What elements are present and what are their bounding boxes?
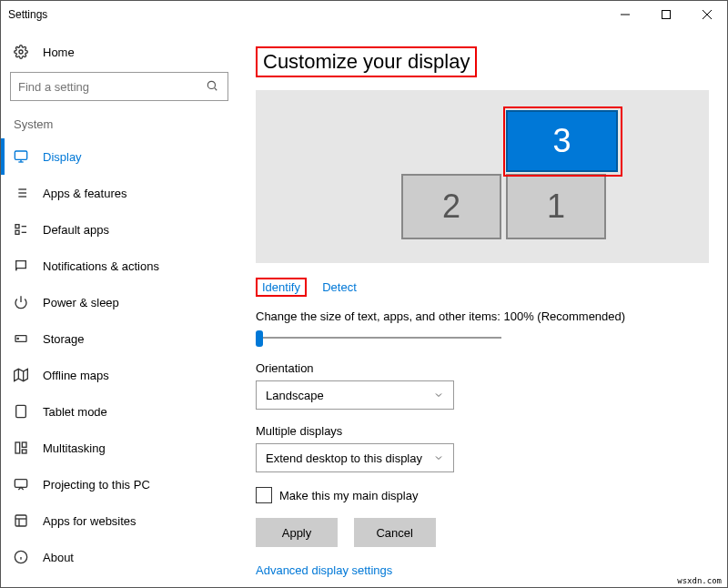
- orientation-value: Landscape: [266, 389, 324, 402]
- multiple-label: Multiple displays: [256, 424, 709, 438]
- highlight-identify: Identify: [256, 278, 307, 297]
- svg-rect-26: [16, 405, 26, 417]
- sidebar: Home System Display Apps & features Defa…: [1, 28, 238, 587]
- multitask-icon: [14, 441, 30, 455]
- settings-window: Settings Home System Display Ap: [0, 0, 728, 588]
- svg-rect-32: [15, 515, 26, 526]
- slider-thumb[interactable]: [256, 330, 263, 347]
- svg-rect-30: [22, 450, 26, 453]
- identify-detect-row: Identify Detect: [256, 278, 709, 297]
- svg-line-6: [215, 87, 217, 90]
- defaults-icon: [14, 222, 30, 237]
- nav-about[interactable]: About: [1, 539, 238, 575]
- orientation-label: Orientation: [256, 361, 709, 375]
- home-label: Home: [43, 46, 75, 59]
- nav-label: Apps for websites: [43, 514, 136, 528]
- home-nav[interactable]: Home: [1, 37, 238, 66]
- content-area: Home System Display Apps & features Defa…: [1, 28, 727, 587]
- monitor-2[interactable]: 2: [401, 174, 501, 239]
- nav-label: Projecting to this PC: [43, 478, 150, 492]
- scale-slider[interactable]: [256, 329, 501, 347]
- checkbox-label: Make this my main display: [279, 489, 418, 502]
- monitor-1[interactable]: 1: [506, 174, 606, 239]
- nav-default-apps[interactable]: Default apps: [1, 211, 238, 248]
- multiple-displays-section: Multiple displays Extend desktop to this…: [256, 424, 709, 472]
- apply-button[interactable]: Apply: [256, 518, 338, 547]
- nav-label: Apps & features: [43, 187, 127, 200]
- notification-icon: [14, 259, 30, 273]
- svg-rect-16: [15, 225, 19, 228]
- group-label: System: [1, 114, 238, 138]
- identify-link[interactable]: Identify: [262, 280, 300, 294]
- nav-label: Offline maps: [43, 369, 109, 382]
- svg-point-4: [19, 50, 23, 54]
- nav-apps-websites[interactable]: Apps for websites: [1, 502, 238, 539]
- gear-icon: [14, 45, 30, 59]
- nav-label: Default apps: [43, 223, 109, 237]
- multiple-value: Extend desktop to this display: [266, 451, 422, 465]
- detect-link[interactable]: Detect: [322, 280, 357, 294]
- svg-rect-17: [15, 230, 19, 234]
- main-panel: Customize your display 2 1 3 Identify De…: [238, 28, 727, 587]
- svg-rect-31: [15, 480, 26, 488]
- power-icon: [14, 295, 30, 309]
- maximize-button[interactable]: [645, 1, 686, 28]
- nav-power-sleep[interactable]: Power & sleep: [1, 284, 238, 320]
- nav-label: Notifications & actions: [43, 259, 159, 273]
- apps-web-icon: [14, 513, 30, 528]
- project-icon: [14, 477, 30, 492]
- window-title: Settings: [8, 8, 47, 21]
- advanced-display-link[interactable]: Advanced display settings: [256, 563, 694, 577]
- svg-marker-23: [15, 369, 28, 380]
- tablet-icon: [14, 404, 30, 419]
- info-icon: [14, 550, 30, 564]
- nav-offline-maps[interactable]: Offline maps: [1, 357, 238, 393]
- search-icon: [206, 79, 220, 95]
- checkbox[interactable]: [256, 487, 272, 503]
- nav-label: Storage: [43, 332, 85, 346]
- nav-tablet-mode[interactable]: Tablet mode: [1, 393, 238, 430]
- orientation-select[interactable]: Landscape: [256, 380, 454, 410]
- nav-projecting[interactable]: Projecting to this PC: [1, 466, 238, 502]
- nav-label: Display: [43, 150, 82, 164]
- storage-icon: [14, 331, 30, 346]
- cancel-button[interactable]: Cancel: [354, 518, 436, 547]
- svg-rect-28: [15, 442, 20, 453]
- nav-apps-features[interactable]: Apps & features: [1, 175, 238, 211]
- highlight-title: Customize your display: [256, 46, 477, 77]
- orientation-section: Orientation Landscape: [256, 361, 709, 410]
- map-icon: [14, 368, 30, 382]
- button-row: Apply Cancel: [256, 518, 709, 547]
- chevron-down-icon: [433, 452, 444, 463]
- nav-storage[interactable]: Storage: [1, 320, 238, 357]
- svg-rect-7: [15, 151, 26, 159]
- main-display-checkbox-row[interactable]: Make this my main display: [256, 487, 709, 503]
- minimize-button[interactable]: [604, 1, 645, 28]
- search-box[interactable]: [10, 72, 228, 101]
- close-button[interactable]: [686, 1, 727, 28]
- list-icon: [14, 186, 30, 200]
- watermark: wsxdn.com: [677, 576, 722, 585]
- nav-label: About: [43, 551, 74, 564]
- chevron-down-icon: [433, 390, 444, 400]
- monitor-3[interactable]: 3: [506, 110, 618, 172]
- window-controls: [604, 1, 727, 28]
- nav-multitasking[interactable]: Multitasking: [1, 430, 238, 466]
- svg-point-22: [17, 338, 18, 339]
- svg-rect-1: [662, 11, 670, 19]
- nav-label: Multitasking: [43, 441, 106, 455]
- titlebar: Settings: [1, 1, 727, 28]
- search-input[interactable]: [18, 80, 206, 94]
- nav-label: Power & sleep: [43, 296, 119, 309]
- multiple-select[interactable]: Extend desktop to this display: [256, 443, 454, 472]
- svg-rect-29: [22, 442, 26, 447]
- monitor-icon: [14, 149, 30, 164]
- svg-point-5: [207, 81, 215, 88]
- nav-label: Tablet mode: [43, 405, 107, 419]
- nav-notifications[interactable]: Notifications & actions: [1, 248, 238, 284]
- display-arrangement[interactable]: 2 1 3: [256, 90, 709, 263]
- scale-label: Change the size of text, apps, and other…: [256, 309, 709, 323]
- page-title: Customize your display: [263, 50, 470, 73]
- nav-display[interactable]: Display: [1, 138, 238, 175]
- slider-track-line: [256, 337, 501, 339]
